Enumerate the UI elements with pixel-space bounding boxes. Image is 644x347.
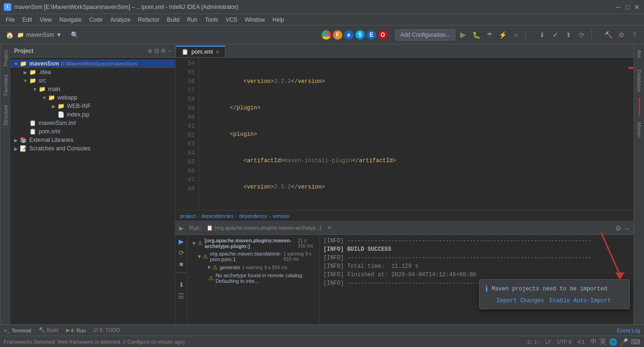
run-tree-root[interactable]: ▼ ⚠ [org.apache.maven.plugins:maven-arch… [188,237,319,250]
import-changes-link[interactable]: Import Changes [496,297,544,304]
tree-toggle[interactable]: ▶ [12,146,20,151]
code-editor[interactable]: <version>3.2.2</version> </plugin> <plug… [199,58,628,210]
vcs-commit-button[interactable]: ✔ [550,29,561,41]
menu-window[interactable]: Window [241,16,269,24]
vcs-push-button[interactable]: ⬆ [563,29,574,41]
tree-item-external-libs[interactable]: ▶ 📚 External Libraries [10,136,175,144]
tree-item-iml[interactable]: 📋 mavenSsm.iml [10,119,175,127]
tree-item-main[interactable]: ▼ 📁 main [10,85,175,93]
safari-icon[interactable]: S [355,30,365,40]
help-button[interactable]: ? [629,29,640,41]
add-configuration-button[interactable]: Add Configuration... [395,29,455,41]
toolbar-home-button[interactable]: 🏠 [4,29,15,41]
build-tab[interactable]: 🔨 Build [39,327,58,333]
tree-toggle[interactable]: ▼ [12,61,20,66]
sidebar-settings-button[interactable]: ⚙ [161,48,166,54]
tree-item-idea[interactable]: ▶ 📁 .idea [10,68,175,76]
tree-item-pomxml[interactable]: 📋 pom.xml [10,127,175,136]
tree-item-indexjsp[interactable]: 📄 index.jsp [10,110,175,119]
run-tab-bottom[interactable]: ▶ 4: Run [66,327,86,333]
breadcrumb-dependency[interactable]: dependency [239,213,267,219]
tree-toggle[interactable]: ▼ [22,78,29,83]
menu-file[interactable]: File [2,16,18,24]
status-position[interactable]: 4:1 [578,339,585,345]
run-tree-child2[interactable]: ▼ ⚠ generate 1 warning 9 s 854 ms [188,263,319,272]
vcs-history-button[interactable]: ⟳ [576,29,587,41]
menu-tools[interactable]: Tools [201,16,222,24]
right-tab-ant[interactable]: Ant [635,46,644,62]
tree-item-scratches[interactable]: ▶ 📝 Scratches and Consoles [10,144,175,153]
left-tab-project[interactable]: Project [1,46,10,70]
rerun-button[interactable]: ⟳ [177,248,186,257]
ie-icon[interactable]: e [344,30,354,40]
stop-btn[interactable]: ■ [177,259,186,269]
close-button[interactable]: ✕ [634,4,640,10]
tree-item-webapp[interactable]: ▼ 📁 webapp [10,93,175,102]
tree-toggle[interactable]: ▼ [31,87,39,92]
breadcrumb-version[interactable]: version [273,213,289,219]
minimize-button[interactable]: ─ [615,4,621,10]
sidebar-collapse-button[interactable]: ⊟ [154,48,159,54]
tree-toggle[interactable]: ▶ [12,138,20,143]
terminal-tab[interactable]: >_ Terminal [4,328,31,333]
panel-minimize-button[interactable]: – [624,223,630,233]
project-dropdown-icon[interactable]: ▼ [56,32,62,38]
menu-refactor[interactable]: Refactor [134,16,163,24]
input-icon3[interactable]: 🌐 [609,338,617,346]
run-tree-child1[interactable]: ▼ ⚠ org.apache.maven:standalone-pom:pom:… [188,250,319,263]
chrome-icon[interactable] [322,30,331,40]
edge-icon[interactable]: E [367,30,376,40]
menu-vcs[interactable]: VCS [222,16,241,24]
breadcrumb-dependencies[interactable]: dependencies [201,213,234,219]
filter-button[interactable]: ☰ [177,291,186,301]
bottom-tab-run[interactable]: Run: [189,223,201,233]
run-button[interactable]: ▶ [457,29,469,41]
enable-auto-import-link[interactable]: Enable Auto-Import [550,297,611,304]
pom-tab-close[interactable]: ✕ [215,50,219,55]
menu-view[interactable]: View [36,16,56,24]
menu-run[interactable]: Run [183,16,201,24]
menu-code[interactable]: Code [85,16,107,24]
stop-button[interactable]: ■ [510,29,521,41]
status-lf[interactable]: LF [545,339,552,345]
opera-icon[interactable]: O [378,30,388,40]
settings-button[interactable]: ⚙ [616,29,627,41]
right-tab-maven[interactable]: Maven [635,118,644,141]
event-log-tab[interactable]: Event Log [617,328,640,333]
status-vcs[interactable]: 2↓ 1↑ [527,339,539,345]
menu-help[interactable]: Help [269,16,288,24]
vcs-update-button[interactable]: ⬇ [537,29,548,41]
play-button[interactable]: ▶ [177,237,186,246]
left-tab-favorites[interactable]: Favorites [1,71,10,99]
build-button[interactable]: 🔨 [603,29,614,41]
left-tab-structure[interactable]: Structure [1,101,10,130]
maximize-button[interactable]: □ [624,4,631,10]
run-coverage-button[interactable]: ☂ [484,29,495,41]
run-tab-close[interactable]: ✕ [327,225,331,231]
firefox-icon[interactable]: F [333,30,342,40]
editor-tab-pomxml[interactable]: 📋 pom.xml ✕ [175,46,225,57]
tree-toggle[interactable]: ▼ [41,95,48,100]
input-icon5[interactable]: ⌨ [631,338,640,346]
panel-settings-button[interactable]: ⚙ [614,223,622,233]
debug-button[interactable]: 🐛 [471,29,482,41]
right-tab-database[interactable]: Database [635,66,644,96]
menu-navigate[interactable]: Navigate [56,16,85,24]
tree-item-webinf[interactable]: ▶ 📁 WEB-INF [10,102,175,110]
frameworks-text[interactable]: Frameworks Detected: Web framework is de… [4,339,185,345]
tree-toggle[interactable]: ▶ [50,104,58,109]
sidebar-close-button[interactable]: – [168,48,171,54]
chinese-input-icon[interactable]: 中 [590,338,597,346]
profile-button[interactable]: ⚡ [497,29,508,41]
breadcrumb-project[interactable]: project [180,213,196,219]
status-encoding[interactable]: UTF-8 [557,339,572,345]
input-icon4[interactable]: 🎤 [620,338,628,346]
toolbar-search-button[interactable]: 🔍 [69,29,81,41]
editor-content[interactable]: 54 55 56 57 58 59 60 61 62 63 64 65 66 6… [175,58,634,210]
tree-toggle[interactable]: ▶ [22,70,29,75]
sidebar-add-button[interactable]: ⊕ [148,48,152,54]
tree-item-mavensssm[interactable]: ▼ 📁 mavenSsm E:\MavenWorkSpace\mavenSsm [10,59,175,68]
todo-tab[interactable]: ☑ 6: TODO [93,327,120,333]
input-icon2[interactable]: 英 [600,338,606,346]
menu-edit[interactable]: Edit [18,16,36,24]
